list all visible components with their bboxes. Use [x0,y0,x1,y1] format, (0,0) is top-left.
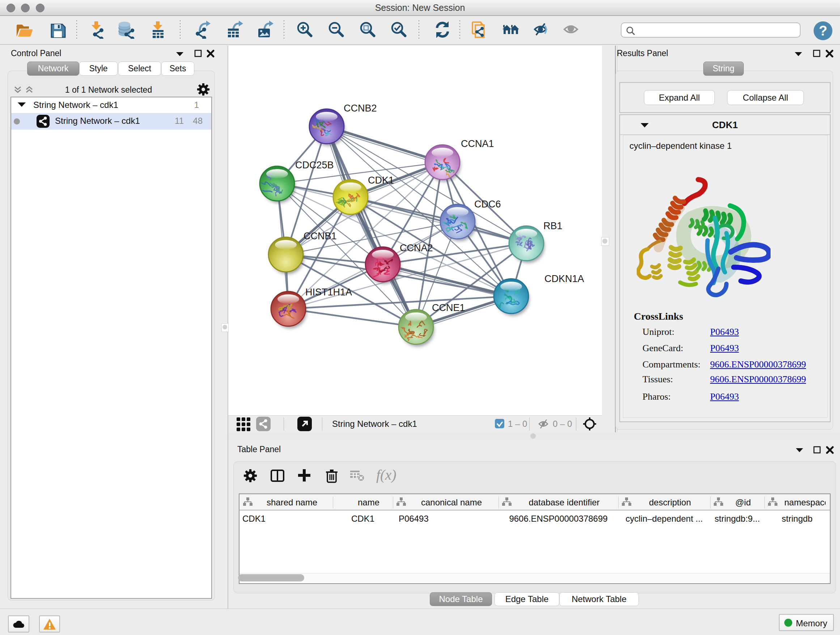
svg-text:CCNB2: CCNB2 [344,103,377,114]
svg-text:CDC25B: CDC25B [295,160,334,171]
svg-text:CDC6: CDC6 [474,199,501,210]
svg-text:CCNA1: CCNA1 [461,138,494,149]
svg-text:CCNE1: CCNE1 [432,302,465,313]
svg-text:CDKN1A: CDKN1A [545,273,584,284]
svg-text:CCNA2: CCNA2 [400,242,433,253]
svg-text:CDK1: CDK1 [368,175,394,186]
svg-text:HIST1H1A: HIST1H1A [305,287,352,298]
svg-text:CCNB1: CCNB1 [303,231,337,241]
svg-text:RB1: RB1 [543,220,562,231]
